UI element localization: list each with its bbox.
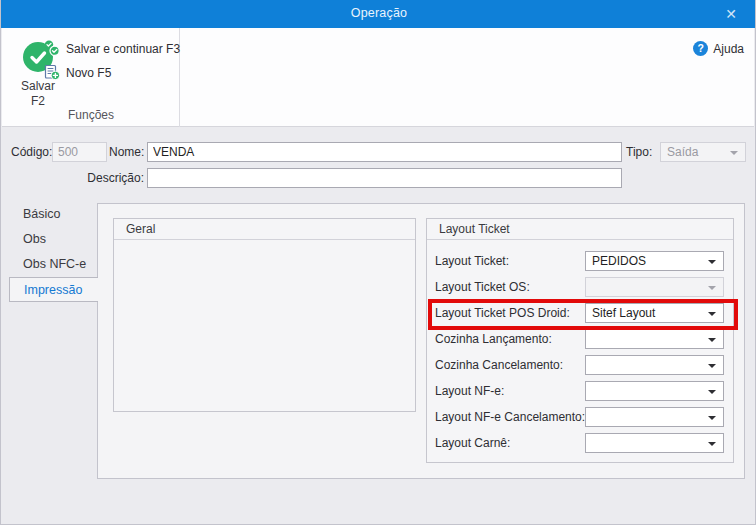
codigo-input bbox=[52, 142, 107, 162]
dropdown-label: Layout NF-e: bbox=[435, 384, 504, 398]
layout-ticket-dropdown[interactable]: PEDIDOS bbox=[585, 251, 724, 271]
help-label: Ajuda bbox=[713, 42, 744, 56]
chevron-down-icon bbox=[730, 151, 738, 155]
nome-input[interactable] bbox=[147, 142, 622, 162]
chevron-down-icon bbox=[708, 416, 716, 420]
dropdown-label: Layout Carnê: bbox=[435, 436, 510, 450]
new-button[interactable]: Novo F5 bbox=[44, 64, 111, 82]
tipo-label: Tipo: bbox=[626, 142, 652, 162]
chevron-down-icon bbox=[708, 390, 716, 394]
save-shortcut: F2 bbox=[12, 94, 64, 109]
funcoes-group: Salvar F2 Salvar e continuar F3 bbox=[2, 28, 180, 127]
descricao-label: Descrição: bbox=[84, 168, 144, 188]
layout-ticket-pos-droid-dropdown[interactable]: Sitef Layout bbox=[585, 303, 724, 323]
tab-basico[interactable]: Básico bbox=[9, 202, 97, 227]
new-document-icon bbox=[44, 64, 60, 83]
new-label: Novo F5 bbox=[66, 66, 111, 80]
chevron-down-icon bbox=[708, 286, 716, 290]
help-icon: ? bbox=[693, 41, 708, 56]
layout-carne-row: Layout Carnê: bbox=[435, 433, 725, 454]
tipo-value: Saída bbox=[667, 143, 698, 161]
cozinha-cancelamento-row: Cozinha Cancelamento: bbox=[435, 355, 725, 376]
tipo-dropdown: Saída bbox=[660, 142, 746, 162]
dropdown-label: Layout Ticket: bbox=[435, 254, 509, 268]
tab-obs[interactable]: Obs bbox=[9, 227, 97, 252]
funcoes-group-label: Funções bbox=[2, 108, 180, 122]
operacao-dialog: Operação ✕ Salvar F2 bbox=[0, 0, 756, 525]
save-continue-label: Salvar e continuar F3 bbox=[66, 42, 180, 56]
layout-ticket-row: Layout Ticket: PEDIDOS bbox=[435, 251, 725, 272]
descricao-input[interactable] bbox=[147, 168, 622, 188]
chevron-down-icon bbox=[708, 442, 716, 446]
chevron-down-icon bbox=[708, 338, 716, 342]
layout-nfe-cancelamento-dropdown[interactable] bbox=[585, 407, 724, 427]
tab-impressao[interactable]: Impressão bbox=[9, 277, 98, 302]
dropdown-value: PEDIDOS bbox=[592, 252, 646, 270]
title-bar: Operação ✕ bbox=[1, 0, 756, 28]
dropdown-label: Layout NF-e Cancelamento: bbox=[435, 410, 585, 424]
geral-groupbox: Geral bbox=[113, 218, 416, 412]
layout-nfe-cancelamento-row: Layout NF-e Cancelamento: bbox=[435, 407, 725, 428]
dropdown-label: Layout Ticket POS Droid: bbox=[435, 306, 570, 320]
dropdown-label: Cozinha Lançamento: bbox=[435, 332, 552, 346]
layout-ticket-os-row: Layout Ticket OS: bbox=[435, 277, 725, 298]
layout-nfe-row: Layout NF-e: bbox=[435, 381, 725, 402]
dropdown-value: Sitef Layout bbox=[592, 304, 655, 322]
layout-carne-dropdown[interactable] bbox=[585, 433, 724, 453]
codigo-label: Código: bbox=[11, 142, 52, 162]
window-title: Operação bbox=[1, 6, 756, 20]
chevron-down-icon bbox=[708, 364, 716, 368]
layout-ticket-title: Layout Ticket bbox=[427, 219, 733, 240]
layout-ticket-os-dropdown bbox=[585, 277, 724, 297]
layout-ticket-pos-droid-row: Layout Ticket POS Droid: Sitef Layout bbox=[435, 303, 725, 324]
nome-label: Nome: bbox=[109, 142, 144, 162]
close-icon[interactable]: ✕ bbox=[717, 5, 745, 24]
ribbon: Salvar F2 Salvar e continuar F3 bbox=[2, 28, 754, 127]
tab-obs-nfc-e[interactable]: Obs NFC-e bbox=[9, 252, 97, 277]
geral-title: Geral bbox=[114, 219, 415, 240]
layout-ticket-groupbox: Layout Ticket Layout Ticket: PEDIDOS Lay… bbox=[426, 218, 734, 463]
cozinha-lancamento-dropdown[interactable] bbox=[585, 329, 724, 349]
dropdown-label: Cozinha Cancelamento: bbox=[435, 358, 563, 372]
layout-nfe-dropdown[interactable] bbox=[585, 381, 724, 401]
cozinha-lancamento-row: Cozinha Lançamento: bbox=[435, 329, 725, 350]
chevron-down-icon bbox=[708, 260, 716, 264]
dropdown-label: Layout Ticket OS: bbox=[435, 280, 530, 294]
save-continue-button[interactable]: Salvar e continuar F3 bbox=[44, 40, 180, 58]
chevron-down-icon bbox=[708, 312, 716, 316]
save-continue-icon bbox=[44, 40, 60, 59]
cozinha-cancelamento-dropdown[interactable] bbox=[585, 355, 724, 375]
help-button[interactable]: ? Ajuda bbox=[693, 41, 744, 56]
